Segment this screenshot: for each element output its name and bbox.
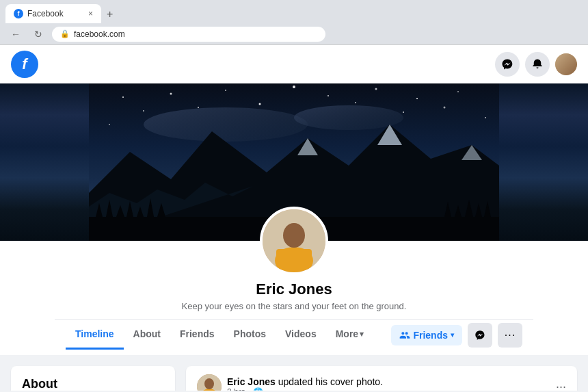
more-chevron-icon: ▾ — [360, 330, 364, 339]
fb-topbar: f — [0, 45, 588, 83]
new-tab-button[interactable]: + — [104, 5, 116, 23]
refresh-button[interactable]: ↻ — [30, 27, 46, 41]
more-options-button[interactable]: ··· — [498, 323, 522, 348]
topbar-right — [495, 52, 577, 77]
svg-point-14 — [444, 107, 446, 109]
profile-name: Eric Jones — [0, 280, 588, 298]
svg-point-1 — [122, 96, 124, 98]
profile-info: Eric Jones Keep your eyes on the stars a… — [0, 241, 588, 355]
tabs-actions: Friends ▾ ··· — [391, 323, 522, 348]
profile-picture-wrapper — [260, 207, 328, 275]
messenger-btn-icon — [475, 330, 485, 341]
svg-point-12 — [355, 102, 356, 103]
svg-point-3 — [225, 90, 226, 91]
post-time: 2 hrs · 🌐 — [227, 387, 556, 391]
profile-bio: Keep your eyes on the stars and your fee… — [0, 301, 588, 311]
profile-picture[interactable] — [260, 207, 328, 275]
tab-videos[interactable]: Videos — [276, 320, 326, 350]
feed-panel: Eric Jones updated his cover photo. 2 hr… — [186, 366, 577, 391]
people-icon — [399, 330, 410, 341]
post-header: Eric Jones updated his cover photo. 2 hr… — [197, 374, 566, 391]
facebook-page: f — [0, 45, 588, 391]
browser-address-bar: ← ↻ 🔒 facebook.com — [0, 23, 588, 45]
svg-point-16 — [485, 117, 486, 118]
profile-section: Eric Jones Keep your eyes on the stars a… — [0, 83, 588, 355]
about-panel: About Producer at Eric Jones Records Liv… — [11, 366, 175, 391]
svg-point-5 — [328, 95, 329, 96]
post-author-name: Eric Jones updated his cover photo. — [227, 376, 556, 387]
dots-icon: ··· — [505, 329, 516, 341]
svg-point-39 — [283, 223, 305, 248]
lock-icon: 🔒 — [60, 29, 70, 38]
post-avatar-image — [197, 374, 222, 391]
svg-point-7 — [416, 98, 418, 99]
svg-point-10 — [198, 107, 199, 108]
tab-friends[interactable]: Friends — [170, 320, 224, 350]
tab-favicon: f — [14, 9, 23, 18]
fb-favicon-letter: f — [18, 10, 20, 17]
friends-dropdown-icon: ▾ — [451, 331, 454, 339]
bell-icon — [531, 58, 544, 70]
dot-separator: · — [248, 387, 250, 391]
friends-button[interactable]: Friends ▾ — [391, 325, 462, 345]
svg-point-15 — [109, 124, 110, 125]
fb-logo-letter: f — [22, 55, 27, 73]
content-area: About Producer at Eric Jones Records Liv… — [0, 355, 588, 391]
svg-point-8 — [457, 91, 459, 92]
browser-chrome: f Facebook × + ← ↻ 🔒 facebook.com — [0, 0, 588, 45]
about-title: About — [22, 377, 164, 391]
svg-point-18 — [294, 105, 403, 130]
svg-point-43 — [204, 378, 214, 389]
profile-avatar-image — [263, 209, 325, 272]
tab-close-btn[interactable]: × — [88, 9, 93, 18]
facebook-logo[interactable]: f — [11, 51, 38, 78]
browser-tab[interactable]: f Facebook × — [5, 4, 101, 23]
svg-point-17 — [144, 107, 308, 142]
post-more-options[interactable]: ··· — [556, 380, 566, 391]
post-card: Eric Jones updated his cover photo. 2 hr… — [186, 366, 577, 391]
tab-about[interactable]: About — [124, 320, 170, 350]
post-author-avatar[interactable] — [197, 374, 222, 391]
svg-point-2 — [170, 93, 172, 95]
messenger-icon — [501, 58, 513, 70]
svg-point-6 — [375, 88, 377, 90]
tab-more[interactable]: More ▾ — [326, 320, 373, 350]
messenger-btn[interactable] — [495, 52, 520, 77]
svg-point-11 — [259, 103, 261, 105]
back-button[interactable]: ← — [7, 27, 25, 41]
url-text: facebook.com — [74, 29, 125, 39]
user-avatar-topbar[interactable] — [555, 53, 577, 75]
address-field[interactable]: 🔒 facebook.com — [52, 27, 325, 42]
svg-point-13 — [403, 112, 404, 113]
globe-icon: 🌐 — [253, 387, 263, 391]
tab-timeline[interactable]: Timeline — [66, 320, 124, 350]
post-meta: Eric Jones updated his cover photo. 2 hr… — [227, 376, 556, 391]
message-button[interactable] — [468, 323, 492, 348]
profile-tabs: Timeline About Friends Photos Videos Mor… — [55, 319, 533, 350]
notifications-btn[interactable] — [525, 52, 550, 77]
svg-rect-40 — [276, 249, 312, 263]
svg-point-9 — [143, 110, 144, 112]
tab-title: Facebook — [27, 9, 64, 18]
tab-photos[interactable]: Photos — [224, 320, 276, 350]
svg-point-4 — [293, 86, 295, 88]
